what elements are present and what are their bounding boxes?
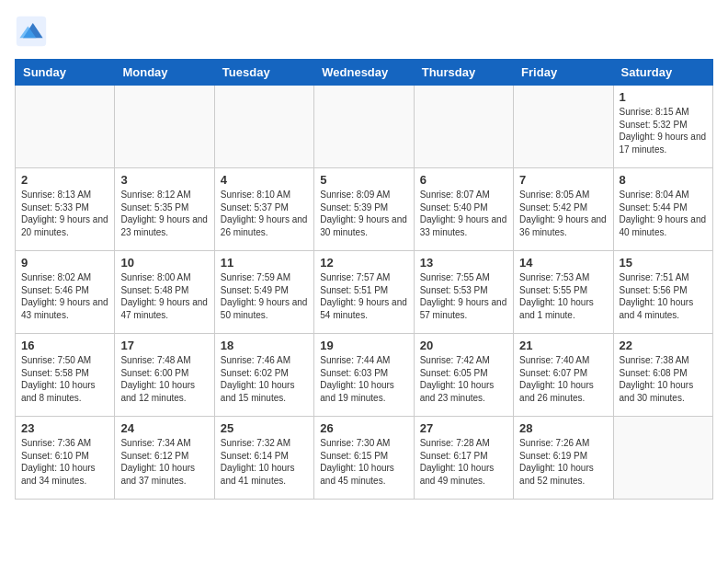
- calendar-cell: [214, 86, 313, 168]
- day-info: Sunrise: 7:55 AM Sunset: 5:53 PM Dayligh…: [420, 271, 507, 321]
- calendar-cell: 25Sunrise: 7:32 AM Sunset: 6:14 PM Dayli…: [214, 417, 313, 500]
- day-info: Sunrise: 7:50 AM Sunset: 5:58 PM Dayligh…: [21, 354, 108, 404]
- day-number: 18: [221, 339, 308, 352]
- day-number: 22: [620, 339, 707, 352]
- calendar-cell: 24Sunrise: 7:34 AM Sunset: 6:12 PM Dayli…: [115, 417, 214, 500]
- calendar-cell: 15Sunrise: 7:51 AM Sunset: 5:56 PM Dayli…: [613, 251, 712, 334]
- day-number: 12: [320, 256, 407, 270]
- day-info: Sunrise: 8:09 AM Sunset: 5:39 PM Dayligh…: [320, 189, 407, 238]
- day-info: Sunrise: 8:07 AM Sunset: 5:40 PM Dayligh…: [420, 189, 507, 238]
- calendar-cell: 6Sunrise: 8:07 AM Sunset: 5:40 PM Daylig…: [414, 168, 513, 251]
- day-number: 27: [420, 421, 507, 435]
- day-number: 19: [320, 339, 407, 352]
- calendar-cell: 17Sunrise: 7:48 AM Sunset: 6:00 PM Dayli…: [115, 334, 214, 417]
- column-header-tuesday: Tuesday: [214, 60, 313, 86]
- day-info: Sunrise: 8:15 AM Sunset: 5:32 PM Dayligh…: [620, 106, 707, 155]
- calendar-cell: 26Sunrise: 7:30 AM Sunset: 6:15 PM Dayli…: [314, 417, 414, 500]
- calendar: SundayMondayTuesdayWednesdayThursdayFrid…: [15, 59, 713, 500]
- calendar-cell: 4Sunrise: 8:10 AM Sunset: 5:37 PM Daylig…: [214, 168, 313, 251]
- day-number: 7: [519, 173, 607, 187]
- day-info: Sunrise: 7:46 AM Sunset: 6:02 PM Dayligh…: [221, 354, 308, 404]
- day-info: Sunrise: 8:10 AM Sunset: 5:37 PM Dayligh…: [221, 189, 308, 238]
- column-header-wednesday: Wednesday: [314, 60, 414, 86]
- calendar-cell: [314, 86, 414, 168]
- day-info: Sunrise: 7:42 AM Sunset: 6:05 PM Dayligh…: [420, 354, 507, 404]
- day-number: 26: [320, 421, 407, 435]
- calendar-cell: 22Sunrise: 7:38 AM Sunset: 6:08 PM Dayli…: [613, 334, 712, 417]
- calendar-cell: 13Sunrise: 7:55 AM Sunset: 5:53 PM Dayli…: [414, 251, 513, 334]
- day-number: 9: [21, 256, 108, 270]
- day-info: Sunrise: 7:28 AM Sunset: 6:17 PM Dayligh…: [420, 437, 507, 487]
- day-number: 20: [420, 339, 507, 352]
- calendar-cell: 8Sunrise: 8:04 AM Sunset: 5:44 PM Daylig…: [613, 168, 712, 251]
- day-info: Sunrise: 7:36 AM Sunset: 6:10 PM Dayligh…: [21, 437, 108, 487]
- calendar-header-row: SundayMondayTuesdayWednesdayThursdayFrid…: [16, 60, 713, 86]
- day-number: 16: [21, 339, 108, 352]
- day-info: Sunrise: 7:51 AM Sunset: 5:56 PM Dayligh…: [620, 271, 707, 321]
- day-number: 10: [120, 256, 208, 270]
- calendar-cell: 19Sunrise: 7:44 AM Sunset: 6:03 PM Dayli…: [314, 334, 414, 417]
- day-number: 28: [519, 421, 607, 435]
- logo: [15, 15, 53, 48]
- day-info: Sunrise: 8:13 AM Sunset: 5:33 PM Dayligh…: [21, 189, 108, 238]
- day-info: Sunrise: 8:04 AM Sunset: 5:44 PM Dayligh…: [620, 189, 707, 238]
- calendar-week-row: 23Sunrise: 7:36 AM Sunset: 6:10 PM Dayli…: [16, 417, 713, 500]
- calendar-cell: 3Sunrise: 8:12 AM Sunset: 5:35 PM Daylig…: [115, 168, 214, 251]
- day-info: Sunrise: 7:48 AM Sunset: 6:00 PM Dayligh…: [120, 354, 208, 404]
- calendar-cell: 21Sunrise: 7:40 AM Sunset: 6:07 PM Dayli…: [514, 334, 613, 417]
- page-header: [15, 15, 713, 48]
- day-info: Sunrise: 8:12 AM Sunset: 5:35 PM Dayligh…: [120, 189, 208, 238]
- calendar-cell: 7Sunrise: 8:05 AM Sunset: 5:42 PM Daylig…: [514, 168, 613, 251]
- day-info: Sunrise: 7:40 AM Sunset: 6:07 PM Dayligh…: [519, 354, 607, 404]
- calendar-cell: 20Sunrise: 7:42 AM Sunset: 6:05 PM Dayli…: [414, 334, 513, 417]
- calendar-cell: 27Sunrise: 7:28 AM Sunset: 6:17 PM Dayli…: [414, 417, 513, 500]
- day-info: Sunrise: 8:00 AM Sunset: 5:48 PM Dayligh…: [120, 271, 208, 321]
- calendar-cell: 14Sunrise: 7:53 AM Sunset: 5:55 PM Dayli…: [514, 251, 613, 334]
- calendar-cell: 1Sunrise: 8:15 AM Sunset: 5:32 PM Daylig…: [613, 86, 712, 168]
- calendar-cell: [414, 86, 513, 168]
- day-number: 14: [519, 256, 607, 270]
- day-info: Sunrise: 7:30 AM Sunset: 6:15 PM Dayligh…: [320, 437, 407, 487]
- calendar-cell: [16, 86, 115, 168]
- calendar-cell: 12Sunrise: 7:57 AM Sunset: 5:51 PM Dayli…: [314, 251, 414, 334]
- calendar-cell: [514, 86, 613, 168]
- day-number: 1: [620, 90, 707, 104]
- calendar-cell: 28Sunrise: 7:26 AM Sunset: 6:19 PM Dayli…: [514, 417, 613, 500]
- column-header-monday: Monday: [115, 60, 214, 86]
- day-info: Sunrise: 7:44 AM Sunset: 6:03 PM Dayligh…: [320, 354, 407, 404]
- calendar-cell: 5Sunrise: 8:09 AM Sunset: 5:39 PM Daylig…: [314, 168, 414, 251]
- calendar-cell: [115, 86, 214, 168]
- calendar-cell: 11Sunrise: 7:59 AM Sunset: 5:49 PM Dayli…: [214, 251, 313, 334]
- day-info: Sunrise: 7:38 AM Sunset: 6:08 PM Dayligh…: [620, 354, 707, 404]
- calendar-cell: 9Sunrise: 8:02 AM Sunset: 5:46 PM Daylig…: [16, 251, 115, 334]
- calendar-week-row: 1Sunrise: 8:15 AM Sunset: 5:32 PM Daylig…: [16, 86, 713, 168]
- calendar-week-row: 16Sunrise: 7:50 AM Sunset: 5:58 PM Dayli…: [16, 334, 713, 417]
- day-number: 23: [21, 421, 108, 435]
- calendar-week-row: 2Sunrise: 8:13 AM Sunset: 5:33 PM Daylig…: [16, 168, 713, 251]
- column-header-saturday: Saturday: [613, 60, 712, 86]
- day-number: 15: [620, 256, 707, 270]
- day-info: Sunrise: 7:53 AM Sunset: 5:55 PM Dayligh…: [519, 271, 607, 321]
- day-number: 4: [221, 173, 308, 187]
- calendar-cell: 23Sunrise: 7:36 AM Sunset: 6:10 PM Dayli…: [16, 417, 115, 500]
- day-number: 24: [120, 421, 208, 435]
- calendar-cell: 10Sunrise: 8:00 AM Sunset: 5:48 PM Dayli…: [115, 251, 214, 334]
- column-header-thursday: Thursday: [414, 60, 513, 86]
- calendar-week-row: 9Sunrise: 8:02 AM Sunset: 5:46 PM Daylig…: [16, 251, 713, 334]
- day-info: Sunrise: 7:26 AM Sunset: 6:19 PM Dayligh…: [519, 437, 607, 487]
- column-header-sunday: Sunday: [16, 60, 115, 86]
- day-number: 3: [120, 173, 208, 187]
- day-number: 21: [519, 339, 607, 352]
- calendar-cell: 16Sunrise: 7:50 AM Sunset: 5:58 PM Dayli…: [16, 334, 115, 417]
- day-number: 11: [221, 256, 308, 270]
- calendar-cell: [613, 417, 712, 500]
- day-number: 6: [420, 173, 507, 187]
- day-number: 17: [120, 339, 208, 352]
- day-info: Sunrise: 7:34 AM Sunset: 6:12 PM Dayligh…: [120, 437, 208, 487]
- day-number: 2: [21, 173, 108, 187]
- calendar-cell: 2Sunrise: 8:13 AM Sunset: 5:33 PM Daylig…: [16, 168, 115, 251]
- logo-icon: [15, 15, 48, 48]
- day-info: Sunrise: 7:59 AM Sunset: 5:49 PM Dayligh…: [221, 271, 308, 321]
- day-info: Sunrise: 8:05 AM Sunset: 5:42 PM Dayligh…: [519, 189, 607, 238]
- day-number: 8: [620, 173, 707, 187]
